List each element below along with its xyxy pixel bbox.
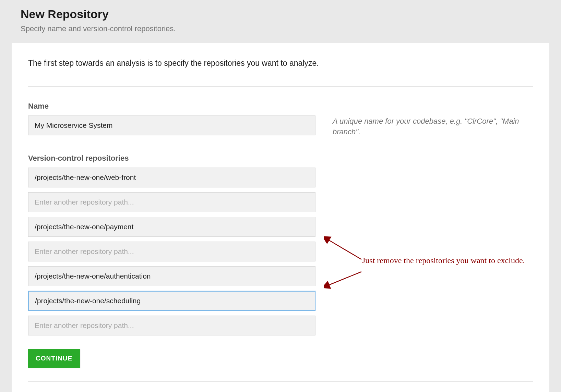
divider — [28, 86, 533, 87]
repos-label: Version-control repositories — [28, 154, 533, 163]
repo-inputs — [28, 168, 315, 335]
annotation-text: Just remove the repositories you want to… — [362, 255, 540, 267]
continue-button[interactable]: CONTINUE — [28, 349, 80, 368]
page-header: New Repository Specify name and version-… — [0, 0, 561, 43]
page-subtitle: Specify name and version-control reposit… — [21, 24, 540, 33]
repo-path-input[interactable] — [28, 316, 315, 335]
name-label: Name — [28, 102, 315, 111]
intro-text: The first step towards an analysis is to… — [28, 59, 533, 68]
repo-path-input[interactable] — [28, 266, 315, 286]
content-card: The first step towards an analysis is to… — [12, 43, 549, 392]
repo-path-input[interactable] — [28, 192, 315, 212]
repo-path-input[interactable] — [28, 242, 315, 261]
divider-bottom — [28, 381, 533, 382]
repo-path-input[interactable] — [28, 168, 315, 187]
repo-path-input[interactable] — [28, 217, 315, 237]
name-row: Name A unique name for your codebase, e.… — [28, 102, 533, 137]
repos-section: Version-control repositories — [28, 154, 533, 335]
name-helper: A unique name for your codebase, e.g. "C… — [333, 116, 533, 137]
name-input[interactable] — [28, 115, 315, 135]
page-title: New Repository — [21, 8, 540, 21]
repo-path-input[interactable] — [28, 291, 315, 311]
